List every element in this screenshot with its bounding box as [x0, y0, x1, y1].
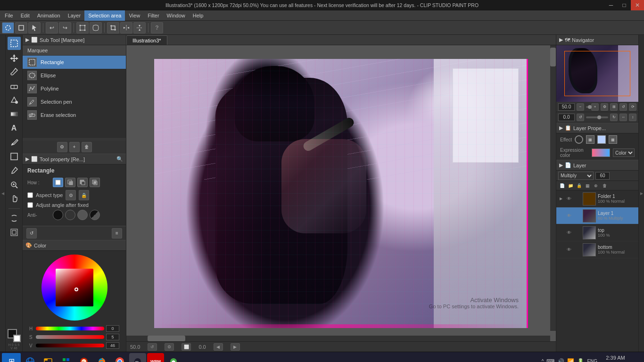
layer-panel-expand-icon[interactable]: ▶: [559, 162, 563, 168]
menu-layer[interactable]: Layer: [64, 10, 85, 21]
layer-eye-btn[interactable]: 👁: [566, 196, 572, 202]
sub-tool-new-btn[interactable]: +: [69, 142, 80, 152]
anti-soft-btn[interactable]: [90, 210, 100, 220]
val-slider[interactable]: [36, 344, 104, 347]
layer-lock-icon[interactable]: [574, 196, 581, 202]
foreground-background-color[interactable]: [8, 329, 21, 342]
layer1-eye-btn[interactable]: 👁: [566, 213, 572, 219]
expression-color-select[interactable]: Color: [613, 148, 635, 157]
tool-text[interactable]: A: [8, 122, 21, 135]
toolbar-flip-h[interactable]: [120, 22, 132, 33]
status-x-btn2[interactable]: ▶: [231, 343, 240, 351]
show-desktop-btn[interactable]: [631, 353, 640, 362]
layer-delete-btn[interactable]: 🗑: [601, 182, 608, 189]
toolbar-crop[interactable]: [107, 22, 119, 33]
aspect-type-checkbox[interactable]: [27, 192, 33, 198]
tray-battery-icon[interactable]: 🔋: [577, 358, 584, 362]
sub-tool-selection-pen[interactable]: Selection pen: [23, 95, 126, 108]
menu-file[interactable]: File: [1, 10, 17, 21]
tool-fill[interactable]: [8, 93, 21, 107]
sub-tool-polyline[interactable]: Polyline: [23, 82, 126, 95]
tool-hand[interactable]: [8, 192, 21, 206]
anti-light-btn[interactable]: [65, 210, 75, 220]
nav-flip-h-btn[interactable]: ↔: [619, 114, 627, 121]
menu-window[interactable]: Window: [163, 10, 189, 21]
aspect-type-settings-btn[interactable]: ⚙: [66, 190, 76, 200]
anti-none-btn[interactable]: [53, 210, 63, 220]
tool-frame[interactable]: [8, 226, 21, 239]
taskbar-panda-icon[interactable]: ☯: [75, 353, 92, 362]
toolbar-warp[interactable]: [90, 22, 102, 33]
tray-network-icon[interactable]: 📶: [567, 358, 574, 362]
menu-edit[interactable]: Edit: [17, 10, 33, 21]
taskbar-store-icon[interactable]: [58, 353, 74, 362]
toolbar-transform[interactable]: [76, 22, 89, 33]
close-button[interactable]: ✕: [631, 0, 644, 10]
background-color[interactable]: [13, 335, 21, 342]
val-input[interactable]: [106, 342, 119, 349]
nav-zoom-thumb[interactable]: [588, 105, 592, 109]
layer-expand-btn[interactable]: ▶: [558, 196, 564, 202]
layer-bottom-eye-btn[interactable]: 👁: [566, 247, 572, 253]
nav-rotation-slider[interactable]: [586, 116, 608, 118]
layer-bottom-lock-icon[interactable]: [574, 247, 581, 253]
how-subtract-btn[interactable]: [77, 178, 88, 187]
layer1-expand-btn[interactable]: [558, 213, 564, 219]
toolbar-flip-v[interactable]: [133, 22, 146, 33]
vertical-scrollbar[interactable]: [550, 45, 556, 331]
tray-keyboard-icon[interactable]: ⌨: [546, 358, 554, 362]
sat-input[interactable]: [106, 334, 119, 340]
canvas-container[interactable]: Activate Windows Go to PC settings to ac…: [126, 45, 556, 341]
hue-input[interactable]: [106, 325, 119, 332]
tool-property-collapse-icon[interactable]: ▶: [25, 156, 29, 162]
status-x-btn1[interactable]: ◀: [214, 343, 223, 351]
tool-gradient[interactable]: [8, 107, 21, 121]
navigator-viewport-box[interactable]: [564, 51, 630, 96]
anti-medium-btn[interactable]: [77, 210, 88, 220]
menu-animation[interactable]: Animation: [33, 10, 64, 21]
nav-rot-left-btn[interactable]: ↺: [577, 114, 584, 121]
taskbar-clip-icon[interactable]: ✏: [129, 353, 146, 362]
tool-brush[interactable]: [8, 65, 21, 78]
sat-slider[interactable]: [36, 335, 104, 339]
collapse-right-panel-button[interactable]: ▶: [638, 35, 644, 352]
menu-view[interactable]: View: [125, 10, 144, 21]
layer-folder-btn[interactable]: 📁: [567, 182, 574, 189]
tray-expand-btn[interactable]: ^: [542, 359, 544, 362]
how-intersect-btn[interactable]: [90, 178, 100, 187]
tool-move[interactable]: [8, 51, 21, 64]
tool-shape[interactable]: [8, 150, 21, 163]
tool-selection[interactable]: [8, 37, 21, 50]
color-wheel[interactable]: [41, 255, 107, 321]
layer-item-1[interactable]: 👁 Layer 1 60 % Multiply: [556, 207, 638, 224]
effect-grid-btn2[interactable]: ▦: [609, 135, 617, 144]
nav-settings-btn3[interactable]: ↺: [619, 103, 627, 111]
layer-lock-btn[interactable]: 🔒: [575, 182, 583, 189]
status-nav-btn1[interactable]: ↺: [148, 343, 157, 351]
navigator-rotation-input[interactable]: [558, 114, 575, 121]
layer-fill-btn[interactable]: ▦: [584, 182, 591, 189]
taskbar-clock[interactable]: 2:39 AM 7/21/2019: [602, 354, 629, 362]
effect-color-btn[interactable]: [597, 135, 606, 144]
layer-new-btn[interactable]: 📄: [558, 182, 566, 189]
layer-item-top[interactable]: 👁 top 100 %: [556, 224, 638, 241]
maximize-button[interactable]: □: [618, 0, 631, 10]
taskbar-firefox-icon[interactable]: [93, 353, 110, 362]
property-extra-btn[interactable]: ≡: [112, 228, 122, 239]
tool-eraser[interactable]: [8, 79, 21, 92]
toolbar-undo[interactable]: ↩: [46, 22, 58, 33]
layer-item-bottom[interactable]: 👁 bottom 100 % Normal: [556, 241, 638, 258]
nav-settings-btn1[interactable]: ⚙: [601, 103, 608, 111]
taskbar-chrome-icon[interactable]: [111, 353, 128, 362]
menu-selection-area[interactable]: Selection area: [84, 10, 125, 21]
horizontal-scroll-thumb[interactable]: [148, 336, 185, 341]
how-replace-btn[interactable]: [53, 178, 63, 187]
nav-zoom-slider[interactable]: [586, 106, 589, 108]
nav-flip-v-btn[interactable]: ↕: [629, 114, 636, 121]
tool-rotate[interactable]: [8, 212, 21, 225]
status-nav-btn2[interactable]: ⚙: [165, 343, 174, 351]
layer1-lock-icon[interactable]: [574, 213, 581, 219]
nav-settings-btn2[interactable]: ⊞: [610, 103, 618, 111]
layer-top-expand-btn[interactable]: [558, 230, 564, 236]
nav-zoom-out-btn[interactable]: −: [577, 103, 584, 111]
